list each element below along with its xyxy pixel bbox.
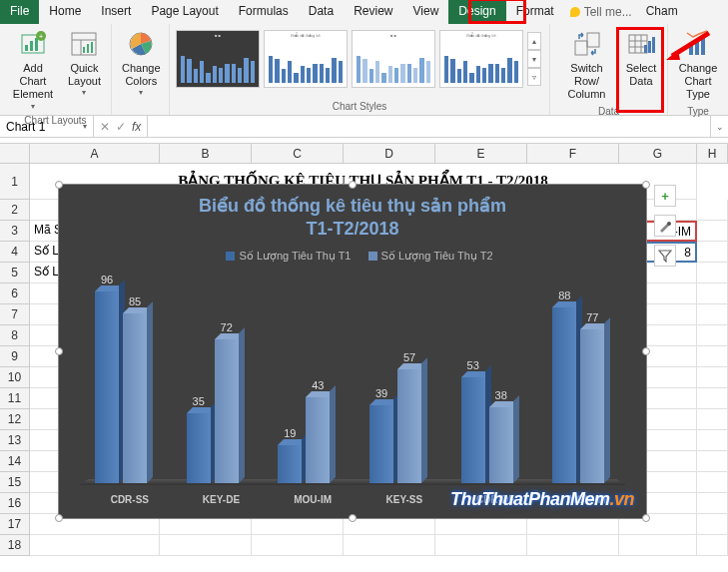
svg-point-26 [667,222,671,226]
change-colors-icon [125,28,157,60]
switch-row-column-button[interactable]: Switch Row/ Column [556,26,617,104]
row-header[interactable]: 11 [0,388,30,409]
row-header[interactable]: 18 [0,535,30,556]
chart-category-label: CDR-SS [89,494,171,505]
formula-expand[interactable]: ⌄ [710,116,728,137]
tab-page-layout[interactable]: Page Layout [141,0,228,24]
col-header[interactable]: E [435,144,527,164]
group-chart-styles: ■ ■ Biểu đồ thống kê ■ ■ Biểu đồ thống k… [170,24,550,115]
change-chart-type-button[interactable]: Change Chart Type [674,26,722,104]
row-header[interactable]: 12 [0,409,30,430]
row-header[interactable]: 9 [0,346,30,367]
chart-style-2[interactable]: Biểu đồ thống kê [264,30,348,88]
ribbon: + Add Chart Element▾ Quick Layout▾ Chart… [0,24,728,116]
add-chart-element-button[interactable]: + Add Chart Element▾ [6,26,60,113]
watermark: ThuThuatPhanMem.vn [450,489,634,510]
legend-swatch-1 [226,252,235,261]
switch-row-column-icon [571,28,603,60]
row-header[interactable]: 3 [0,221,30,242]
name-box[interactable]: Chart 1▾ [0,116,94,137]
tab-home[interactable]: Home [39,0,91,24]
row-header[interactable]: 17 [0,514,30,535]
svg-rect-23 [689,45,693,55]
row-header[interactable]: 2 [0,200,30,221]
chart-bar[interactable]: 35 [187,413,211,483]
tab-view[interactable]: View [403,0,449,24]
fx-icon[interactable]: fx [132,120,141,134]
row-header[interactable]: 10 [0,367,30,388]
chart-bar[interactable]: 57 [397,369,421,483]
svg-rect-11 [91,42,93,53]
select-all-corner[interactable] [0,144,30,164]
enter-icon[interactable]: ✓ [116,120,126,134]
chart-bar[interactable]: 53 [461,377,485,483]
row-header[interactable]: 4 [0,242,30,263]
chart-style-3[interactable]: ■ ■ [352,30,435,88]
svg-rect-3 [35,38,38,51]
chart-bar[interactable]: 19 [278,445,302,483]
tab-insert[interactable]: Insert [91,0,141,24]
row-header[interactable]: 6 [0,284,30,304]
formula-input[interactable] [148,116,710,137]
col-header[interactable]: C [252,144,344,164]
change-colors-button[interactable]: Change Colors▾ [118,26,165,100]
chart-style-scroll[interactable]: ▴▾▿ [527,32,541,86]
chart-category-label: MOU-IM [272,494,354,505]
chart-bar[interactable]: 72 [215,339,239,483]
chart-category-label: KEY-SS [364,494,445,505]
svg-rect-21 [648,41,651,53]
row-header[interactable]: 8 [0,325,30,346]
svg-rect-13 [575,41,587,55]
tab-format[interactable]: Format [506,0,564,24]
row-header[interactable]: 1 [0,164,30,200]
chart-elements-button[interactable]: + [654,185,676,207]
row-header[interactable]: 5 [0,263,30,284]
group-data: Switch Row/ Column Select Data Data [550,24,668,115]
chart-filters-button[interactable] [654,245,676,267]
svg-rect-20 [644,45,647,53]
row-header[interactable]: 15 [0,472,30,493]
chart-plot-area[interactable]: 96 85CDR-SS 35 72KEY-DE 19 43MOU-IM 39 [79,280,626,483]
row-header[interactable]: 16 [0,493,30,514]
select-data-button[interactable]: Select Data [621,26,661,90]
chart-bar[interactable]: 96 [95,291,119,483]
chart-style-1[interactable]: ■ ■ [176,30,260,88]
chart-category-label: KEY-DE [181,494,263,505]
chart-legend[interactable]: Số Lượng Tiêu Thụ T1 Số Lượng Tiêu Thụ T… [59,244,646,267]
row-header[interactable]: 14 [0,451,30,472]
row-header[interactable]: 13 [0,430,30,451]
legend-swatch-2 [368,252,377,261]
tell-me-search[interactable]: Tell me... [564,0,638,24]
col-header[interactable]: B [160,144,252,164]
col-header[interactable]: G [619,144,697,164]
col-header[interactable]: H [697,144,728,164]
tab-data[interactable]: Data [299,0,344,24]
tab-design[interactable]: Design [448,0,505,24]
col-header[interactable]: F [527,144,619,164]
chart-bar[interactable]: 88 [552,307,576,483]
menu-tabs: File Home Insert Page Layout Formulas Da… [0,0,728,24]
tab-review[interactable]: Review [344,0,402,24]
embedded-chart[interactable]: Biểu đồ thống kê tiêu thụ sản phẩmT1-T2/… [58,184,647,519]
chart-bar[interactable]: 77 [580,329,604,483]
col-header[interactable]: A [30,144,160,164]
chart-style-4[interactable]: Biểu đồ thống kê [439,30,523,88]
chart-bar[interactable]: 39 [369,405,393,483]
svg-text:+: + [39,32,44,41]
chart-bar[interactable]: 85 [123,313,147,483]
svg-rect-22 [652,37,655,53]
chart-bar[interactable]: 38 [489,407,513,483]
row-header[interactable]: 7 [0,304,30,325]
col-header[interactable]: D [344,144,435,164]
tab-file[interactable]: File [0,0,39,24]
tab-formulas[interactable]: Formulas [229,0,299,24]
chart-bar[interactable]: 43 [306,397,330,483]
user-name[interactable]: Cham [638,0,686,24]
chart-title[interactable]: Biểu đồ thống kê tiêu thụ sản phẩmT1-T2/… [59,185,646,244]
group-label-chart-styles: Chart Styles [176,99,543,115]
cancel-icon[interactable]: ✕ [100,120,110,134]
chevron-down-icon: ▾ [83,122,87,131]
quick-layout-button[interactable]: Quick Layout▾ [64,26,105,100]
group-change-colors: Change Colors▾ [112,24,170,115]
chart-styles-button[interactable] [654,215,676,237]
